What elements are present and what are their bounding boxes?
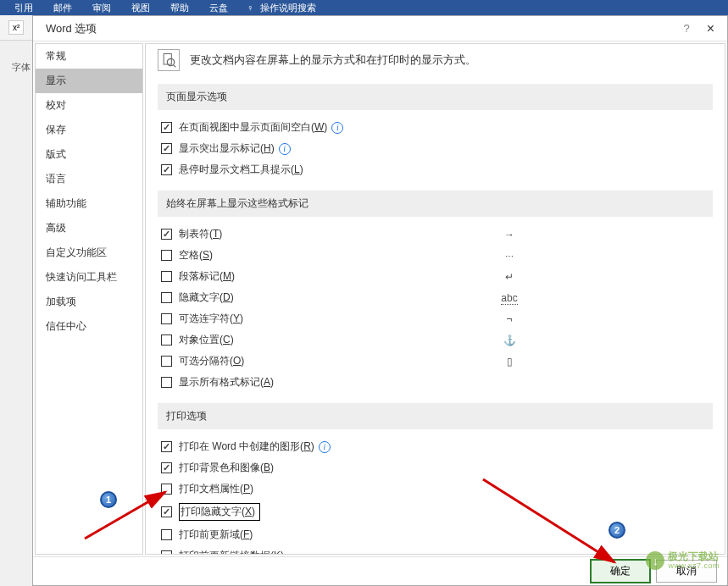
- checkbox[interactable]: [161, 441, 172, 452]
- checkbox[interactable]: [161, 356, 172, 367]
- watermark: 极光下载站 www.xz7.com: [646, 551, 720, 571]
- format-symbol: ▯: [497, 356, 522, 368]
- ok-button[interactable]: 确定: [590, 559, 651, 583]
- option-row: 段落标记(M)↵: [158, 266, 713, 287]
- option-label[interactable]: 打印隐藏文字(X): [181, 506, 255, 517]
- checkbox[interactable]: [161, 250, 172, 261]
- dialog-title: Word 选项: [46, 21, 683, 36]
- option-label[interactable]: 空格(S): [179, 248, 213, 263]
- info-icon[interactable]: [319, 441, 331, 453]
- option-row: 在页面视图中显示页面间空白(W): [158, 117, 713, 138]
- checkbox[interactable]: [161, 462, 172, 473]
- option-label[interactable]: 打印前更新域(F): [179, 528, 253, 542]
- sidebar-item-customize-ribbon[interactable]: 自定义功能区: [36, 240, 142, 265]
- sidebar-item-general[interactable]: 常规: [36, 44, 142, 69]
- sidebar-item-accessibility[interactable]: 辅助功能: [36, 191, 142, 216]
- page-magnify-icon: [158, 49, 180, 71]
- ribbon-tab[interactable]: 视图: [121, 2, 160, 14]
- sidebar-item-language[interactable]: 语言: [36, 167, 142, 191]
- checkbox[interactable]: [161, 143, 172, 154]
- sidebar-item-save[interactable]: 保存: [36, 118, 142, 142]
- ribbon-bar: 引用 邮件 审阅 视图 帮助 云盘 ♀ 操作说明搜索: [0, 0, 728, 15]
- section-format-marks: 始终在屏幕上显示这些格式标记: [158, 191, 713, 217]
- option-label[interactable]: 制表符(T): [179, 227, 222, 241]
- checkbox[interactable]: [161, 313, 172, 324]
- option-label[interactable]: 显示突出显示标记(H): [179, 141, 275, 156]
- info-icon[interactable]: [279, 143, 291, 155]
- option-label[interactable]: 可选分隔符(O): [179, 354, 244, 368]
- option-row: 制表符(T)→: [158, 224, 713, 245]
- dialog-footer: 确定 取消: [33, 556, 727, 585]
- content-header-text: 更改文档内容在屏幕上的显示方式和在打印时的显示方式。: [190, 53, 476, 68]
- option-label[interactable]: 对象位置(C): [179, 333, 234, 347]
- info-icon[interactable]: [331, 122, 343, 134]
- checkbox[interactable]: [161, 164, 172, 175]
- tell-me-search[interactable]: ♀ 操作说明搜索: [247, 2, 316, 14]
- sidebar-item-display[interactable]: 显示: [36, 69, 142, 93]
- option-row: 打印文档属性(P): [158, 478, 713, 500]
- option-label[interactable]: 段落标记(M): [179, 269, 235, 284]
- option-row: 打印背景色和图像(B): [158, 457, 713, 478]
- watermark-url: www.xz7.com: [668, 562, 720, 571]
- format-symbol: →: [497, 229, 522, 240]
- checkbox[interactable]: [161, 292, 172, 303]
- format-symbol: abc: [497, 292, 522, 304]
- option-row: 打印在 Word 中创建的图形(R): [158, 436, 713, 457]
- search-label: 操作说明搜索: [260, 2, 316, 14]
- content-header: 更改文档内容在屏幕上的显示方式和在打印时的显示方式。: [158, 49, 713, 71]
- option-row: 打印前更新链接数据(K): [158, 545, 713, 555]
- ribbon-tab[interactable]: 审阅: [82, 2, 121, 14]
- watermark-logo-icon: [646, 551, 664, 570]
- word-options-dialog: Word 选项 ? × 常规 显示 校对 保存 版式 语言 辅助功能 高级 自定…: [32, 15, 728, 586]
- ribbon-tab[interactable]: 云盘: [199, 2, 238, 14]
- sidebar-item-trust-center[interactable]: 信任中心: [36, 314, 142, 339]
- sidebar-item-advanced[interactable]: 高级: [36, 216, 142, 240]
- highlighted-option: 打印隐藏文字(X): [179, 503, 260, 521]
- ribbon-tab[interactable]: 引用: [4, 2, 43, 14]
- format-symbol: ¬: [497, 313, 522, 325]
- checkbox[interactable]: [161, 122, 172, 133]
- option-label[interactable]: 打印背景色和图像(B): [179, 461, 274, 475]
- annotation-number-1: 1: [100, 491, 117, 508]
- option-label[interactable]: 隐藏文字(D): [179, 290, 234, 305]
- checkbox[interactable]: [161, 229, 172, 240]
- option-row: 可选分隔符(O)▯: [158, 351, 713, 372]
- section-page-display: 页面显示选项: [158, 84, 713, 110]
- option-label[interactable]: 可选连字符(Y): [179, 312, 243, 326]
- option-label[interactable]: 显示所有格式标记(A): [179, 375, 274, 390]
- checkbox[interactable]: [161, 506, 172, 517]
- options-content: 更改文档内容在屏幕上的显示方式和在打印时的显示方式。 页面显示选项 在页面视图中…: [145, 43, 725, 555]
- checkbox[interactable]: [161, 377, 172, 388]
- help-button[interactable]: ?: [683, 22, 689, 35]
- option-label[interactable]: 悬停时显示文档工具提示(L): [179, 163, 303, 177]
- option-label[interactable]: 打印文档属性(P): [179, 482, 253, 496]
- format-symbol: ⚓: [497, 334, 522, 346]
- option-row: 显示突出显示标记(H): [158, 138, 713, 159]
- ribbon-tab[interactable]: 帮助: [160, 2, 199, 14]
- option-row: 隐藏文字(D)abc: [158, 287, 713, 308]
- format-symbol: ↵: [497, 271, 522, 283]
- sidebar-item-layout[interactable]: 版式: [36, 142, 142, 167]
- option-row: 可选连字符(Y)¬: [158, 308, 713, 329]
- checkbox[interactable]: [161, 271, 172, 282]
- checkbox[interactable]: [161, 484, 172, 495]
- svg-line-2: [174, 65, 176, 68]
- superscript-button[interactable]: x²: [8, 20, 24, 35]
- checkbox[interactable]: [161, 550, 172, 555]
- sidebar-item-proofing[interactable]: 校对: [36, 93, 142, 118]
- option-label[interactable]: 打印前更新链接数据(K): [179, 549, 284, 555]
- close-button[interactable]: ×: [707, 21, 714, 36]
- sidebar-item-quick-access[interactable]: 快速访问工具栏: [36, 265, 142, 290]
- checkbox[interactable]: [161, 529, 172, 540]
- option-row: 空格(S)···: [158, 245, 713, 266]
- checkbox[interactable]: [161, 334, 172, 346]
- option-label[interactable]: 打印在 Word 中创建的图形(R): [179, 440, 314, 454]
- option-row: 显示所有格式标记(A): [158, 372, 713, 393]
- ribbon-tab[interactable]: 邮件: [43, 2, 82, 14]
- sidebar-item-addins[interactable]: 加载项: [36, 290, 142, 314]
- annotation-number-2: 2: [609, 522, 625, 539]
- options-sidebar: 常规 显示 校对 保存 版式 语言 辅助功能 高级 自定义功能区 快速访问工具栏…: [35, 43, 143, 555]
- dialog-body: 常规 显示 校对 保存 版式 语言 辅助功能 高级 自定义功能区 快速访问工具栏…: [33, 41, 727, 556]
- option-label[interactable]: 在页面视图中显示页面间空白(W): [179, 120, 327, 135]
- option-row: 悬停时显示文档工具提示(L): [158, 159, 713, 180]
